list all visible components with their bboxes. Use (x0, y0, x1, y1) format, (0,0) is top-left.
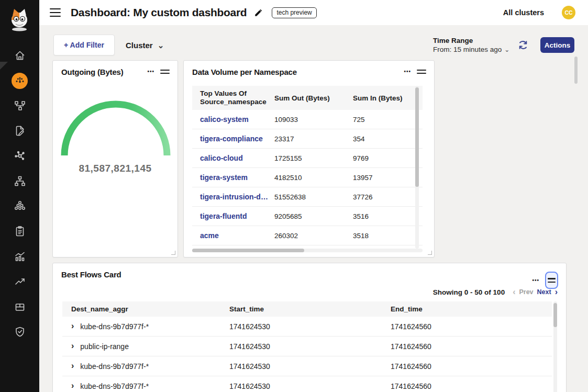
actions-button[interactable]: Actions (540, 37, 574, 53)
next-button[interactable]: Next (537, 288, 551, 296)
prev-button[interactable]: Prev (519, 288, 533, 296)
best-flows-table: Dest_name_aggr Start_time End_time › kub… (62, 301, 552, 392)
refresh-icon (517, 39, 529, 51)
card-title: Best Flows Card (61, 270, 121, 279)
clipboard-list-icon (14, 225, 26, 238)
storage-box-icon (14, 300, 26, 313)
table-row: calico-cloud 1725155 9769 (192, 149, 423, 168)
gauge-arc (60, 99, 171, 160)
refresh-button[interactable] (517, 39, 529, 51)
namespace-link[interactable]: calico-system (200, 115, 249, 124)
table-row: calico-system 109033 725 (192, 110, 423, 129)
column-header: Sum Out (Bytes) (274, 94, 353, 102)
namespace-link[interactable]: calico-cloud (200, 154, 243, 162)
cluster-dropdown[interactable]: Cluster ⌄ (126, 35, 164, 55)
column-header: End_time (391, 305, 552, 313)
table-header-row: Top Values Of Source_namespace Sum Out (… (192, 86, 423, 110)
sidebar-item-statistics[interactable] (0, 244, 39, 269)
header-right: All clusters CC (503, 6, 588, 19)
drag-handle-icon[interactable] (417, 70, 426, 74)
sidebar-item-compliance[interactable] (0, 219, 39, 244)
sidebar-item-security[interactable] (0, 319, 39, 344)
table-header-row: Dest_name_aggr Start_time End_time (62, 301, 552, 317)
namespace-link[interactable]: tigera-fluentd (200, 212, 247, 220)
all-clusters-selector[interactable]: All clusters (503, 8, 544, 17)
namespace-link[interactable]: tigera-system (200, 173, 248, 182)
dashboard-gauge-icon (14, 75, 26, 86)
sidebar-item-dashboards-active[interactable] (0, 68, 39, 93)
add-filter-button[interactable]: + Add Filter (53, 35, 115, 55)
chevron-down-icon: ⌄ (158, 41, 164, 49)
active-indicator (12, 73, 28, 89)
sidebar-item-service-graph[interactable] (0, 143, 39, 169)
chevron-left-icon: ‹ (513, 288, 515, 296)
avatar[interactable]: CC (562, 6, 575, 19)
sidebar-item-home[interactable] (0, 43, 39, 68)
edit-pencil-icon[interactable] (254, 8, 263, 17)
page-scrollbar[interactable] (574, 57, 578, 84)
pagination-status: Showing 0 - 50 of 100 (433, 288, 505, 296)
ellipsis-menu-icon[interactable]: ••• (532, 278, 539, 283)
namespace-link[interactable]: acme (200, 231, 219, 240)
column-header: Top Values Of Source_namespace (192, 89, 271, 106)
resize-handle[interactable] (171, 251, 175, 255)
namespace-link[interactable]: tigera-compliance (200, 135, 263, 143)
expand-chevron-icon[interactable]: › (71, 362, 74, 370)
table-row: tigera-fluentd 9205685 3516 (192, 207, 423, 226)
vertical-scrollbar[interactable] (553, 301, 557, 392)
ellipsis-menu-icon[interactable]: ••• (147, 69, 154, 74)
card-best-flows: Best Flows Card ••• Showing 0 - 50 of 10… (52, 263, 567, 392)
table-row: tigera-intrusion-d… 51552638 37726 (192, 187, 423, 207)
page-title: Dashboard: My custom dashboard (71, 6, 247, 19)
menu-icon[interactable] (50, 8, 61, 17)
vertical-scrollbar[interactable] (415, 86, 419, 249)
calico-cat-logo[interactable] (8, 7, 31, 31)
document-edit-icon (14, 125, 26, 137)
cluster-circles-icon (14, 200, 26, 212)
chevron-down-icon: ⌄ (504, 47, 509, 53)
shield-check-icon (14, 326, 26, 338)
column-header: Sum In (Bytes) (353, 94, 423, 102)
app-root: Dashboard: My custom dashboard tech prev… (0, 0, 588, 392)
sitemap-icon (14, 175, 26, 187)
table-row: › kube-dns-9b7d977f-* 1741624530 1741624… (62, 317, 552, 337)
table-row: tigera-system 4182510 13957 (192, 168, 423, 187)
data-volume-table: Top Values Of Source_namespace Sum Out (… (192, 86, 423, 245)
gauge-value: 81,587,821,145 (53, 163, 177, 174)
graph-nodes-icon (14, 150, 26, 162)
sidebar-item-network-tree[interactable] (0, 169, 39, 194)
sidebar-item-trends[interactable] (0, 269, 39, 294)
tech-preview-badge: tech preview (272, 7, 316, 18)
sidebar-nav (0, 43, 39, 344)
table-row: tigera-compliance 23317 354 (192, 129, 423, 149)
cluster-dropdown-label: Cluster (126, 41, 153, 50)
card-data-volume: Data Volume per Namespace ••• Top Values… (183, 60, 435, 257)
resize-handle[interactable] (428, 251, 432, 255)
ellipsis-menu-icon[interactable]: ••• (404, 69, 411, 74)
top-header: Dashboard: My custom dashboard tech prev… (39, 0, 588, 25)
network-topology-icon (14, 99, 26, 112)
namespace-link[interactable]: tigera-intrusion-d… (200, 193, 268, 201)
chevron-right-icon[interactable]: › (555, 288, 558, 296)
horizontal-scrollbar[interactable] (192, 249, 423, 252)
table-row: › kube-dns-9b7d977f-* 1741624530 1741624… (62, 376, 552, 392)
drag-handle-icon[interactable] (160, 70, 170, 74)
card-title: Outgoing (Bytes) (61, 68, 123, 76)
sidebar-item-clusters[interactable] (0, 194, 39, 219)
trend-arrow-icon (14, 275, 26, 288)
time-range-selector[interactable]: From: 15 minutes ago ⌄ (433, 46, 509, 53)
bar-chart-line-icon (14, 250, 26, 263)
expand-chevron-icon[interactable]: › (71, 322, 74, 330)
sidebar-item-policies[interactable] (0, 118, 39, 143)
sidebar-item-storage[interactable] (0, 294, 39, 319)
sidebar (0, 0, 39, 392)
drag-handle-icon-focused[interactable] (545, 272, 558, 289)
table-row: acme 260302 3518 (192, 226, 423, 245)
card-title: Data Volume per Namespace (192, 68, 297, 76)
card-outgoing-bytes: Outgoing (Bytes) ••• 81,587,821,145 (52, 60, 178, 257)
home-icon (14, 49, 26, 62)
sidebar-item-topology[interactable] (0, 93, 39, 118)
time-range: Time Range From: 15 minutes ago ⌄ (433, 37, 509, 53)
expand-chevron-icon[interactable]: › (71, 342, 74, 350)
expand-chevron-icon[interactable]: › (71, 382, 74, 390)
